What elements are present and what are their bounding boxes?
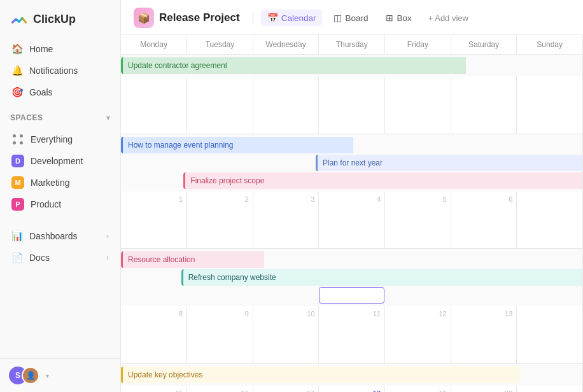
product-dot: P: [11, 198, 24, 211]
sidebar-item-product[interactable]: P Product: [5, 193, 115, 215]
event-bar-[interactable]: [121, 287, 582, 304]
event-label: Finalize project scope: [183, 172, 269, 189]
calendar-table: Monday Tuesday Wednesday Thursday Friday…: [121, 35, 583, 392]
day-cell[interactable]: 19: [385, 386, 451, 393]
sections-list: 📊 Dashboards › 📄 Docs ›: [0, 223, 120, 271]
sidebar: ClickUp 🏠 Home 🔔 Notifications 🎯 Goals S…: [0, 0, 121, 392]
spaces-chevron-icon[interactable]: ▾: [106, 114, 111, 122]
main-content: 📦 Release Project 📅 Calendar ◫ Board ⊞ B…: [121, 0, 583, 392]
dashboards-arrow-icon: ›: [106, 232, 109, 241]
week-events-0: Update contractor agreement: [121, 55, 583, 77]
project-icon: 📦: [134, 8, 154, 28]
sidebar-item-home[interactable]: 🏠 Home: [5, 38, 115, 60]
day-cell[interactable]: [121, 76, 187, 134]
day-cell[interactable]: 12: [385, 306, 451, 363]
day-cell[interactable]: [253, 76, 319, 134]
day-number: 11: [321, 309, 382, 319]
logo: ClickUp: [0, 0, 120, 36]
day-cell[interactable]: 9: [187, 306, 253, 363]
docs-arrow-icon: ›: [106, 253, 109, 262]
marketing-label: Marketing: [31, 178, 69, 188]
day-cell[interactable]: [385, 76, 451, 134]
day-number: 4: [321, 194, 382, 204]
day-number: 19: [388, 388, 448, 393]
docs-label: Docs: [29, 253, 50, 263]
day-number: 6: [454, 194, 514, 204]
sidebar-item-everything[interactable]: Everything: [5, 129, 115, 150]
calendar-header-row: Monday Tuesday Wednesday Thursday Friday…: [121, 35, 583, 55]
event-bar-finalize-project-sco[interactable]: Finalize project scope: [121, 172, 582, 189]
spaces-label: Spaces: [10, 113, 43, 122]
avatar-group[interactable]: S 👤: [9, 367, 39, 384]
day-cell[interactable]: [451, 76, 517, 134]
col-tuesday: Tuesday: [187, 35, 253, 55]
sidebar-item-development[interactable]: D Development: [5, 150, 115, 172]
sidebar-item-docs[interactable]: 📄 Docs ›: [5, 247, 115, 269]
event-bar-update-key-objective[interactable]: Update key objectives: [121, 367, 582, 383]
tab-calendar[interactable]: 📅 Calendar: [261, 10, 323, 26]
product-label: Product: [31, 199, 61, 209]
clickup-logo-icon: [10, 10, 28, 28]
day-cell[interactable]: [187, 76, 253, 134]
col-thursday: Thursday: [319, 35, 385, 55]
docs-icon: 📄: [11, 252, 23, 263]
calendar-view: Monday Tuesday Wednesday Thursday Friday…: [121, 35, 583, 392]
box-tab-icon: ⊞: [386, 13, 393, 23]
day-cell[interactable]: [517, 76, 583, 134]
divider-1: [253, 12, 253, 24]
calendar-tab-label: Calendar: [281, 13, 316, 23]
avatar-img: 👤: [22, 367, 39, 384]
day-cell[interactable]: 6: [451, 192, 517, 249]
user-chevron-icon[interactable]: ▾: [46, 372, 49, 379]
day-cell[interactable]: 5: [385, 192, 451, 249]
day-number: 10: [256, 309, 316, 319]
spaces-list: Everything D Development M Marketing P P…: [0, 126, 120, 218]
day-cell[interactable]: 1: [121, 192, 187, 249]
day-cell[interactable]: 10: [253, 306, 319, 363]
add-view-label: + Add view: [428, 13, 468, 23]
day-cell[interactable]: [517, 192, 583, 249]
day-cell[interactable]: 2: [187, 192, 253, 249]
calendar-body: Update contractor agreementHow to manage…: [121, 55, 583, 393]
tab-box[interactable]: ⊞ Box: [379, 10, 418, 26]
day-number: 13: [454, 309, 514, 319]
day-cell[interactable]: 15: [121, 386, 187, 393]
event-bar-how-to-manage-event-[interactable]: How to manage event planning: [121, 137, 582, 153]
event-bar-plan-for-next-year[interactable]: Plan for next year: [121, 155, 582, 171]
event-label: Update contractor agreement: [121, 57, 232, 74]
sidebar-item-notifications[interactable]: 🔔 Notifications: [5, 60, 115, 81]
event-bar-resource-allocation[interactable]: Resource allocation: [121, 251, 582, 268]
day-cell[interactable]: 16: [187, 386, 253, 393]
day-cell[interactable]: 18: [319, 386, 385, 393]
event-bar-update-contractor-ag[interactable]: Update contractor agreement: [121, 57, 582, 74]
day-number: 1: [123, 194, 184, 204]
sidebar-item-goals[interactable]: 🎯 Goals: [5, 81, 115, 103]
sidebar-item-marketing[interactable]: M Marketing: [5, 172, 115, 193]
sidebar-item-dashboards[interactable]: 📊 Dashboards ›: [5, 225, 115, 247]
day-number: 2: [190, 194, 250, 204]
add-view-button[interactable]: + Add view: [423, 10, 474, 26]
day-cell[interactable]: 20: [451, 386, 517, 393]
notifications-label: Notifications: [29, 66, 78, 76]
event-bar-refresh-company-webs[interactable]: Refresh company website: [121, 269, 582, 286]
dashboards-label: Dashboards: [29, 231, 78, 241]
event-label: [319, 287, 385, 304]
dashboards-left: 📊 Dashboards: [11, 230, 78, 242]
week-row-2: 8910111213: [121, 306, 583, 363]
day-cell[interactable]: 8: [121, 306, 187, 363]
day-cell[interactable]: 17: [253, 386, 319, 393]
tab-board[interactable]: ◫ Board: [327, 10, 374, 26]
day-cell[interactable]: 13: [451, 306, 517, 363]
col-saturday: Saturday: [451, 35, 517, 55]
day-cell[interactable]: [517, 386, 583, 393]
day-cell[interactable]: 3: [253, 192, 319, 249]
board-tab-label: Board: [345, 13, 368, 23]
event-label: Resource allocation: [121, 251, 200, 268]
day-cell[interactable]: [319, 76, 385, 134]
day-number: 20: [454, 388, 514, 393]
day-cell[interactable]: 4: [319, 192, 385, 249]
day-number: 15: [123, 388, 184, 393]
day-number: 5: [388, 194, 448, 204]
day-cell[interactable]: [517, 306, 583, 363]
day-cell[interactable]: 11: [319, 306, 385, 363]
